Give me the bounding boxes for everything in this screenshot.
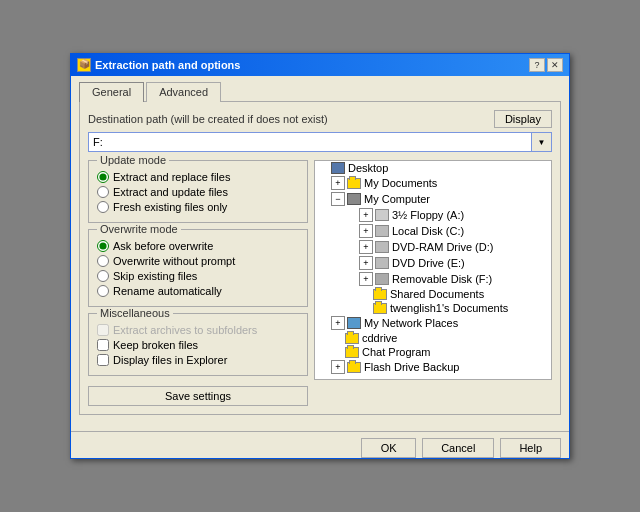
- overwrite-option-1[interactable]: Overwrite without prompt: [97, 255, 299, 267]
- removable-icon: [375, 273, 389, 285]
- tree-item-userdocs[interactable]: twenglish1's Documents: [315, 301, 551, 315]
- tree-label-flashdrive: Flash Drive Backup: [364, 361, 459, 373]
- tree-label-dvdram: DVD-RAM Drive (D:): [392, 241, 493, 253]
- expand-network[interactable]: +: [331, 316, 345, 330]
- overwrite-mode-group: Overwrite mode Ask before overwrite Over…: [88, 229, 308, 307]
- tree-label-userdocs: twenglish1's Documents: [390, 302, 508, 314]
- update-mode-legend: Update mode: [97, 154, 169, 166]
- overwrite-label-1: Overwrite without prompt: [113, 255, 235, 267]
- title-bar: 📦 Extraction path and options ? ✕: [71, 54, 569, 76]
- display-button[interactable]: Display: [494, 110, 552, 128]
- update-label-0: Extract and replace files: [113, 171, 230, 183]
- misc-label-1: Keep broken files: [113, 339, 198, 351]
- overwrite-radio-1[interactable]: [97, 255, 109, 267]
- path-input[interactable]: [88, 132, 532, 152]
- folder-icon-shareddocs: [373, 289, 387, 300]
- misc-label-2: Display files in Explorer: [113, 354, 227, 366]
- overwrite-radio-2[interactable]: [97, 270, 109, 282]
- expand-removable[interactable]: +: [359, 272, 373, 286]
- tree-item-dvd[interactable]: + DVD Drive (E:): [315, 255, 551, 271]
- extraction-dialog: 📦 Extraction path and options ? ✕ Genera…: [70, 53, 570, 459]
- misc-group: Miscellaneous Extract archives to subfol…: [88, 313, 308, 376]
- tree-item-cddrive[interactable]: cddrive: [315, 331, 551, 345]
- misc-option-2[interactable]: Display files in Explorer: [97, 354, 299, 366]
- desktop-icon: [331, 162, 345, 174]
- tab-advanced[interactable]: Advanced: [146, 82, 221, 102]
- ok-button[interactable]: OK: [361, 438, 416, 458]
- overwrite-label-0: Ask before overwrite: [113, 240, 213, 252]
- tree-item-shareddocs[interactable]: Shared Documents: [315, 287, 551, 301]
- update-option-2[interactable]: Fresh existing files only: [97, 201, 299, 213]
- update-radio-2[interactable]: [97, 201, 109, 213]
- folder-icon-userdocs: [373, 303, 387, 314]
- tree-label-network: My Network Places: [364, 317, 458, 329]
- expand-floppy[interactable]: +: [359, 208, 373, 222]
- expand-dvdram[interactable]: +: [359, 240, 373, 254]
- misc-option-1[interactable]: Keep broken files: [97, 339, 299, 351]
- misc-option-0[interactable]: Extract archives to subfolders: [97, 324, 299, 336]
- overwrite-option-0[interactable]: Ask before overwrite: [97, 240, 299, 252]
- tab-panel-general: Destination path (will be created if doe…: [79, 101, 561, 415]
- tree-item-removable[interactable]: + Removable Disk (F:): [315, 271, 551, 287]
- tree-item-mycomputer[interactable]: − My Computer: [315, 191, 551, 207]
- update-radio-0[interactable]: [97, 171, 109, 183]
- expand-dvd[interactable]: +: [359, 256, 373, 270]
- update-option-1[interactable]: Extract and update files: [97, 186, 299, 198]
- path-row: ▼: [88, 132, 552, 152]
- expand-localdisk[interactable]: +: [359, 224, 373, 238]
- update-radio-1[interactable]: [97, 186, 109, 198]
- tree-label-mydocs: My Documents: [364, 177, 437, 189]
- tree-item-floppy[interactable]: + 3½ Floppy (A:): [315, 207, 551, 223]
- misc-check-2[interactable]: [97, 354, 109, 366]
- misc-check-1[interactable]: [97, 339, 109, 351]
- dvd-icon: [375, 257, 389, 269]
- close-title-btn[interactable]: ✕: [547, 58, 563, 72]
- tree-item-desktop[interactable]: Desktop: [315, 161, 551, 175]
- update-option-0[interactable]: Extract and replace files: [97, 171, 299, 183]
- overwrite-label-3: Rename automatically: [113, 285, 222, 297]
- network-icon: [347, 317, 361, 329]
- folder-icon-chat: [345, 347, 359, 358]
- misc-label-0: Extract archives to subfolders: [113, 324, 257, 336]
- help-button[interactable]: Help: [500, 438, 561, 458]
- title-buttons: ? ✕: [529, 58, 563, 72]
- tree-item-flashdrive[interactable]: + Flash Drive Backup: [315, 359, 551, 375]
- dest-label: Destination path (will be created if doe…: [88, 113, 328, 125]
- tab-general[interactable]: General: [79, 82, 144, 102]
- left-panel: Update mode Extract and replace files Ex…: [88, 160, 308, 406]
- title-bar-left: 📦 Extraction path and options: [77, 58, 240, 72]
- tree-item-mydocs[interactable]: + My Documents: [315, 175, 551, 191]
- overwrite-label-2: Skip existing files: [113, 270, 197, 282]
- expand-flashdrive[interactable]: +: [331, 360, 345, 374]
- folder-icon-flashdrive: [347, 362, 361, 373]
- tree-item-dvdram[interactable]: + DVD-RAM Drive (D:): [315, 239, 551, 255]
- update-label-1: Extract and update files: [113, 186, 228, 198]
- overwrite-option-2[interactable]: Skip existing files: [97, 270, 299, 282]
- tree-label-dvd: DVD Drive (E:): [392, 257, 465, 269]
- cancel-button[interactable]: Cancel: [422, 438, 494, 458]
- tree-label-removable: Removable Disk (F:): [392, 273, 492, 285]
- misc-legend: Miscellaneous: [97, 307, 173, 319]
- path-dropdown[interactable]: ▼: [532, 132, 552, 152]
- tree-item-localdisk[interactable]: + Local Disk (C:): [315, 223, 551, 239]
- tree-label-floppy: 3½ Floppy (A:): [392, 209, 464, 221]
- expand-mydocs[interactable]: +: [331, 176, 345, 190]
- dvdram-icon: [375, 241, 389, 253]
- overwrite-option-3[interactable]: Rename automatically: [97, 285, 299, 297]
- folder-icon-cddrive: [345, 333, 359, 344]
- dialog-icon: 📦: [77, 58, 91, 72]
- tree-item-chat[interactable]: Chat Program: [315, 345, 551, 359]
- update-label-2: Fresh existing files only: [113, 201, 227, 213]
- overwrite-radio-0[interactable]: [97, 240, 109, 252]
- main-area: Update mode Extract and replace files Ex…: [88, 160, 552, 406]
- help-title-btn[interactable]: ?: [529, 58, 545, 72]
- save-settings-button[interactable]: Save settings: [88, 386, 308, 406]
- computer-icon: [347, 193, 361, 205]
- overwrite-radio-3[interactable]: [97, 285, 109, 297]
- misc-check-0[interactable]: [97, 324, 109, 336]
- expand-mycomputer[interactable]: −: [331, 192, 345, 206]
- tree-label-chat: Chat Program: [362, 346, 430, 358]
- folder-icon-mydocs: [347, 178, 361, 189]
- file-tree[interactable]: Desktop + My Documents − My Computer: [314, 160, 552, 380]
- tree-item-network[interactable]: + My Network Places: [315, 315, 551, 331]
